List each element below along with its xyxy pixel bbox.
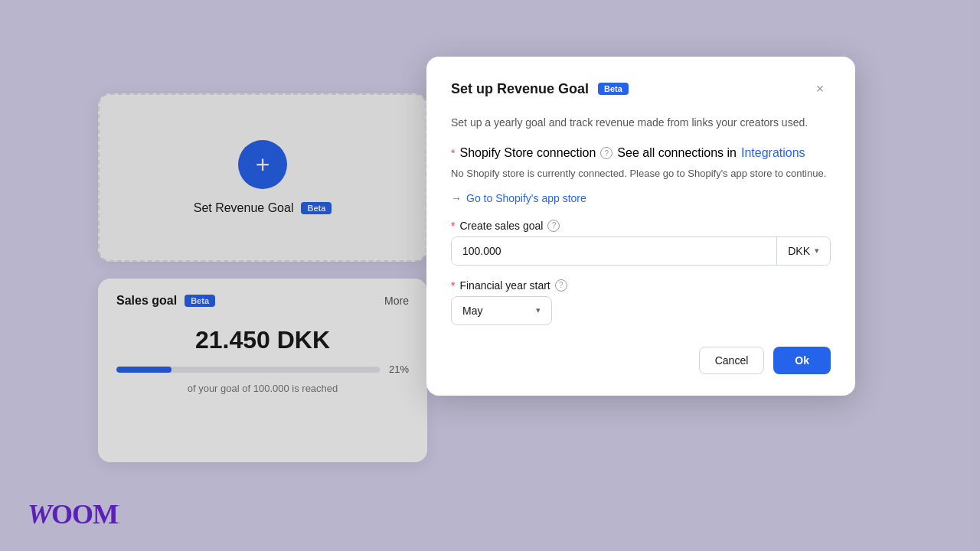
sales-goal-field: * Create sales goal ? DKK ▾ [451, 220, 831, 266]
woomio-logo: WOOMIO [28, 496, 119, 530]
see-all-text: See all connections in [617, 146, 737, 160]
svg-text:WOOMIO: WOOMIO [28, 499, 119, 530]
financial-year-label: Financial year start [459, 279, 550, 292]
modal-header: Set up Revenue Goal Beta × [451, 78, 831, 99]
ok-button[interactable]: Ok [773, 347, 831, 374]
required-star-sales: * [451, 220, 455, 232]
integrations-link[interactable]: Integrations [741, 146, 805, 160]
modal-title: Set up Revenue Goal [451, 81, 589, 97]
sales-goal-label-row: * Create sales goal ? [451, 220, 831, 232]
logo-svg: WOOMIO [28, 496, 119, 530]
revenue-goal-modal: Set up Revenue Goal Beta × Set up a year… [426, 57, 855, 396]
month-chevron-icon: ▾ [536, 305, 541, 315]
month-value: May [462, 305, 482, 317]
create-sales-goal-label: Create sales goal [459, 220, 543, 232]
required-star-shopify: * [451, 147, 455, 159]
cancel-button[interactable]: Cancel [699, 347, 765, 374]
sales-goal-help-icon[interactable]: ? [547, 220, 560, 232]
financial-year-help-icon[interactable]: ? [555, 279, 567, 292]
shopify-description: No Shopify store is currently connected.… [451, 166, 831, 181]
modal-footer: Cancel Ok [451, 347, 831, 374]
shopify-connection-label: Shopify Store connection [459, 146, 596, 160]
currency-chevron-icon: ▾ [815, 246, 819, 256]
modal-beta-badge: Beta [598, 83, 629, 95]
goal-input[interactable] [452, 237, 776, 265]
close-button[interactable]: × [809, 78, 831, 99]
shopify-link-text: Go to Shopify's app store [466, 192, 586, 204]
arrow-right-icon: → [451, 192, 462, 204]
shopify-help-icon[interactable]: ? [600, 147, 612, 159]
shopify-connection-row: * Shopify Store connection ? See all con… [451, 146, 831, 160]
currency-select[interactable]: DKK ▾ [776, 237, 830, 265]
modal-title-row: Set up Revenue Goal Beta [451, 81, 629, 97]
modal-subtitle: Set up a yearly goal and track revenue m… [451, 115, 831, 131]
sales-goal-input-group: DKK ▾ [451, 236, 831, 266]
financial-year-field: * Financial year start ? May ▾ [451, 279, 831, 325]
month-select[interactable]: May ▾ [451, 296, 552, 325]
financial-year-label-row: * Financial year start ? [451, 279, 831, 292]
shopify-app-store-link[interactable]: → Go to Shopify's app store [451, 192, 831, 204]
required-star-financial: * [451, 279, 455, 292]
currency-value: DKK [788, 245, 810, 257]
